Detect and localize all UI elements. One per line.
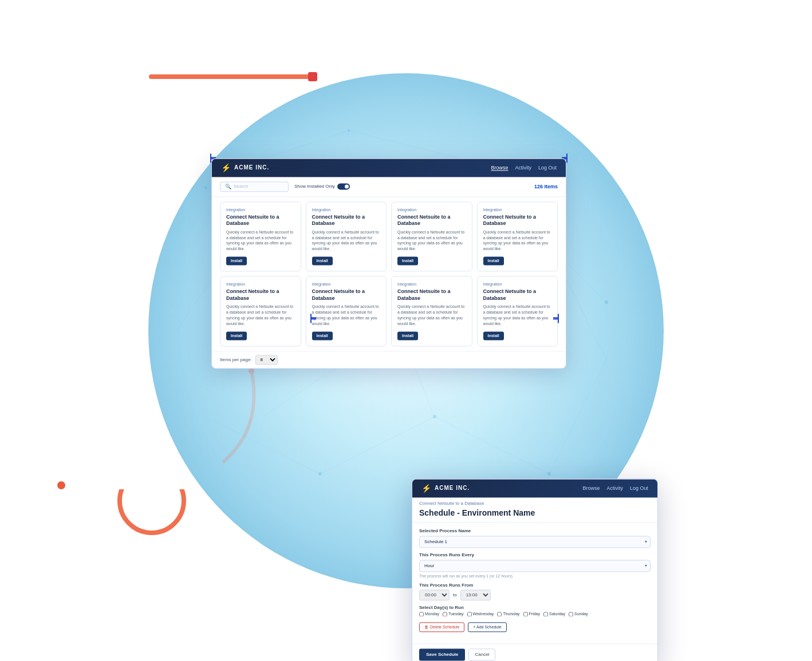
card-1: Integration Connect Netsuite to a Databa… [306, 201, 387, 272]
card-4: Integration Connect Netsuite to a Databa… [220, 276, 301, 346]
schedule-title: Schedule - Environment Name [412, 507, 657, 523]
nav-activity[interactable]: Activity [515, 165, 531, 171]
thursday-label: Thursday [503, 612, 519, 616]
sched-nav-logout[interactable]: Log Out [630, 485, 648, 491]
installed-only-toggle[interactable] [337, 183, 350, 189]
sched-corner-br [553, 314, 559, 319]
main-header: ⚡ ACME INC. Browse Activity Log Out [212, 159, 566, 177]
schedule-logo-text: ACME INC. [435, 485, 470, 491]
sched-nav-activity[interactable]: Activity [606, 485, 623, 491]
sunday-checkbox[interactable] [569, 612, 573, 616]
thursday-checkbox[interactable] [497, 612, 502, 616]
items-per-page-select[interactable]: 8 16 24 [255, 355, 278, 365]
main-logo: ⚡ ACME INC. [221, 163, 269, 172]
card-5-install-btn[interactable]: Install [312, 331, 333, 340]
runs-from-row: 00:0001:0006:00 to 13:0014:0023:00 [419, 589, 651, 600]
save-schedule-button[interactable]: Save Schedule [419, 648, 465, 660]
svg-point-27 [348, 129, 350, 132]
card-2-tag: Integration [397, 208, 466, 212]
delete-schedule-button[interactable]: 🗑 Delete Schedule [419, 622, 464, 632]
day-tuesday[interactable]: Tuesday [443, 612, 464, 616]
card-2-install-btn[interactable]: Install [397, 256, 418, 265]
nav-browse[interactable]: Browse [491, 165, 508, 171]
search-box[interactable]: 🔍 Search [220, 181, 289, 192]
items-count: 126 Items [534, 184, 558, 189]
items-per-page-label: Items per page: [220, 357, 252, 362]
day-saturday[interactable]: Saturday [543, 612, 565, 616]
card-5-title: Connect Netsuite to a Database [312, 288, 381, 302]
main-nav: Browse Activity Log Out [491, 165, 557, 171]
day-wednesday[interactable]: Wednesday [467, 612, 494, 616]
cancel-button[interactable]: Cancel [468, 648, 495, 660]
card-2: Integration Connect Netsuite to a Databa… [391, 201, 472, 272]
day-monday[interactable]: Monday [419, 612, 439, 616]
monday-label: Monday [425, 612, 439, 616]
wednesday-checkbox[interactable] [467, 612, 472, 616]
card-1-install-btn[interactable]: Install [312, 256, 333, 265]
orange-dot-decoration [57, 481, 65, 489]
card-2-title: Connect Netsuite to a Database [397, 214, 466, 227]
tuesday-checkbox[interactable] [443, 612, 447, 616]
process-name-select[interactable]: Schedule 1 [419, 536, 651, 548]
card-4-install-btn[interactable]: Install [226, 331, 247, 340]
cards-grid: Integration Connect Netsuite to a Databa… [212, 197, 566, 351]
day-friday[interactable]: Friday [523, 612, 540, 616]
toggle-label: Show Installed Only [294, 184, 335, 189]
card-3: Integration Connect Netsuite to a Databa… [477, 201, 558, 272]
saturday-label: Saturday [549, 612, 565, 616]
runs-every-select[interactable]: Hour Day Week [419, 560, 651, 572]
card-6-desc: Quickly connect a Netsuite account to a … [397, 304, 466, 327]
card-7: Integration Connect Netsuite to a Databa… [477, 276, 558, 346]
card-3-title: Connect Netsuite to a Database [483, 214, 552, 227]
to-time-select[interactable]: 13:0014:0023:00 [460, 589, 491, 600]
card-5-desc: Quickly connect a Netsuite account to a … [312, 304, 381, 327]
card-3-install-btn[interactable]: Install [483, 256, 504, 265]
card-0-desc: Quickly connect a Netsuite account to a … [226, 229, 295, 252]
runs-from-label: This Process Runs From [419, 583, 651, 588]
card-7-install-btn[interactable]: Install [483, 331, 504, 340]
day-sunday[interactable]: Sunday [569, 612, 588, 616]
card-6: Integration Connect Netsuite to a Databa… [391, 276, 472, 346]
card-1-tag: Integration [312, 208, 381, 212]
browse-toolbar: 🔍 Search Show Installed Only 126 Items [212, 177, 566, 197]
card-6-title: Connect Netsuite to a Database [397, 288, 466, 302]
wednesday-label: Wednesday [473, 612, 494, 616]
days-label: Select Day(s) to Run [419, 605, 651, 610]
main-logo-text: ACME INC. [234, 164, 269, 171]
saturday-checkbox[interactable] [543, 612, 548, 616]
runs-every-hint: The process will run as you set every 1 … [419, 574, 651, 578]
schedule-panel: ⚡ ACME INC. Browse Activity Log Out Conn… [412, 478, 658, 661]
card-0-install-btn[interactable]: Install [226, 256, 247, 265]
svg-point-23 [605, 300, 608, 304]
card-4-title: Connect Netsuite to a Database [226, 288, 295, 302]
card-7-title: Connect Netsuite to a Database [483, 288, 552, 302]
pagination-bar: Items per page: 8 16 24 [212, 351, 566, 368]
screens-container: ⚡ ACME INC. Browse Activity Log Out 🔍 Se… [211, 158, 601, 490]
process-name-select-wrapper: Schedule 1 [419, 535, 651, 548]
days-row: Monday Tuesday Wednesday Thursday [419, 612, 651, 616]
orange-arc-decoration [117, 489, 186, 535]
nav-logout[interactable]: Log Out [538, 165, 557, 171]
card-2-desc: Quickly connect a Netsuite account to a … [397, 229, 466, 252]
tuesday-label: Tuesday [448, 612, 464, 616]
card-3-desc: Quickly connect a Netsuite account to a … [483, 229, 552, 252]
sunday-label: Sunday [574, 612, 588, 616]
friday-label: Friday [529, 612, 540, 616]
card-7-desc: Quickly connect a Netsuite account to a … [483, 304, 552, 327]
day-thursday[interactable]: Thursday [497, 612, 519, 616]
svg-point-26 [204, 187, 207, 189]
schedule-breadcrumb: Connect Netsuite to a Database [412, 497, 657, 507]
sched-nav-browse[interactable]: Browse [582, 485, 600, 491]
show-installed-toggle-area: Show Installed Only [294, 183, 350, 189]
card-4-desc: Quickly connect a Netsuite account to a … [226, 304, 295, 327]
from-time-select[interactable]: 00:0001:0006:00 [419, 589, 450, 600]
add-schedule-button[interactable]: + Add Schedule [468, 622, 506, 632]
card-6-tag: Integration [397, 282, 466, 286]
card-7-tag: Integration [483, 282, 552, 286]
svg-line-14 [349, 130, 463, 159]
search-icon: 🔍 [225, 184, 231, 189]
card-6-install-btn[interactable]: Install [397, 331, 418, 340]
friday-checkbox[interactable] [523, 612, 528, 616]
monday-checkbox[interactable] [419, 612, 424, 616]
runs-every-select-wrapper: Hour Day Week [419, 559, 651, 572]
